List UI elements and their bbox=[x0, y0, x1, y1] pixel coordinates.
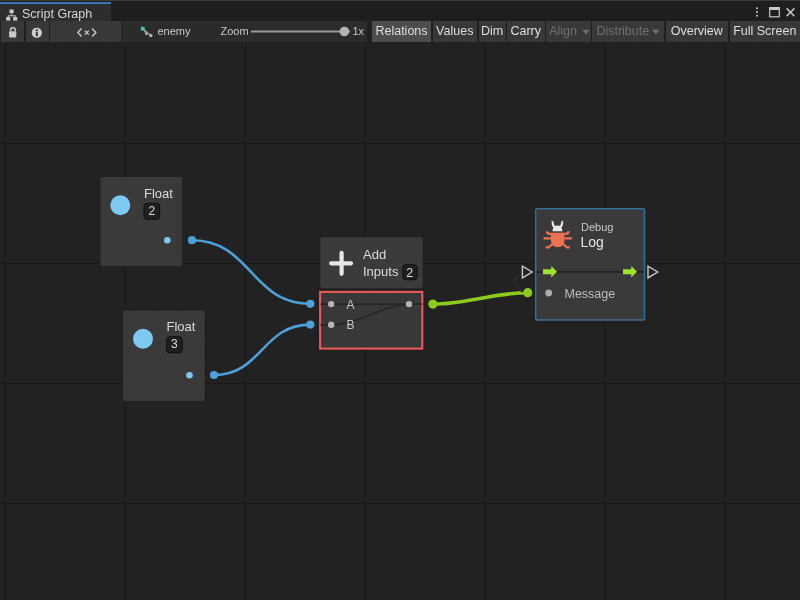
svg-text:Add: Add bbox=[363, 247, 386, 262]
svg-text:B: B bbox=[347, 318, 355, 332]
svg-text:2: 2 bbox=[406, 266, 413, 280]
svg-text:A: A bbox=[347, 298, 355, 312]
svg-text:Float: Float bbox=[144, 186, 173, 201]
svg-text:Log: Log bbox=[581, 234, 604, 250]
svg-text:3: 3 bbox=[171, 337, 178, 351]
svg-text:2: 2 bbox=[148, 204, 155, 218]
svg-text:Debug: Debug bbox=[581, 221, 613, 233]
svg-text:Message: Message bbox=[565, 287, 616, 301]
svg-text:Float: Float bbox=[167, 319, 196, 334]
svg-text:Inputs: Inputs bbox=[363, 264, 399, 279]
